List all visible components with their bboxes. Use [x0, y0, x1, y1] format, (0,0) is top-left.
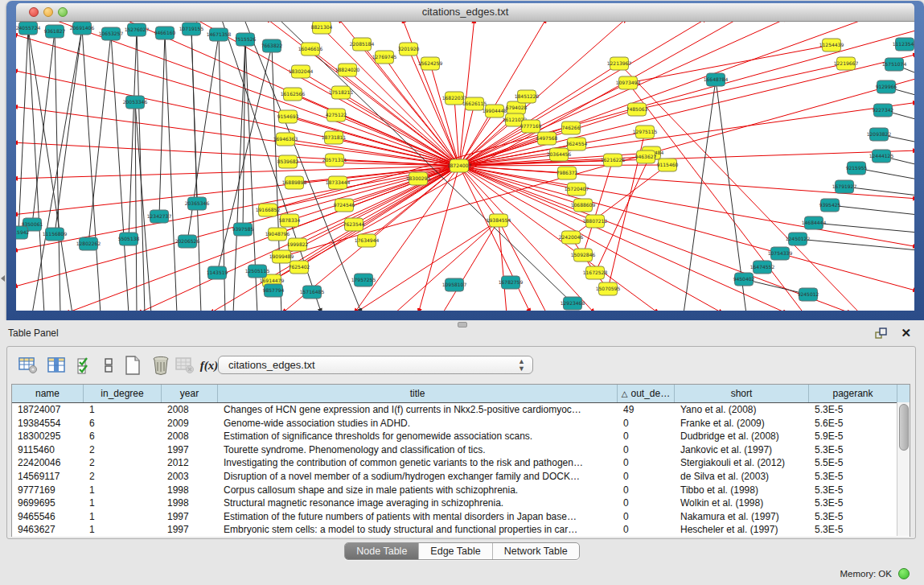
graph-node[interactable]: 9227342 [873, 104, 894, 117]
graph-node[interactable]: 19166852 [256, 204, 281, 216]
table-cell[interactable]: Tourette syndrome. Phenomenology and cla… [218, 443, 618, 457]
table-cell[interactable]: 6 [84, 417, 162, 431]
graph-node[interactable]: 15720407 [565, 183, 589, 196]
graph-node[interactable]: 12769745 [372, 51, 397, 64]
table-row[interactable]: 977716911998Corpus callosum shape and si… [12, 484, 910, 497]
function-builder-icon[interactable]: f(x) [198, 354, 220, 377]
table-cell[interactable]: 18300295 [12, 430, 84, 443]
graph-node[interactable]: 9857794 [263, 284, 285, 297]
table-cell[interactable]: 2 [84, 443, 162, 457]
graph-node[interactable]: 10973493 [616, 76, 641, 89]
table-row[interactable]: 1872400712008Changes of HCN gene express… [12, 403, 910, 417]
graph-node[interactable]: 20365346 [185, 197, 210, 210]
table-cell[interactable]: Hescheler et al. (1997) [675, 523, 809, 537]
tab-edge-table[interactable]: Edge Table [419, 543, 492, 559]
table-cell[interactable]: Investigating the contribution of common… [218, 456, 618, 470]
graph-node[interactable]: 9463627 [635, 150, 657, 163]
graph-node[interactable]: 9245012 [798, 288, 819, 301]
table-cell[interactable]: 0 [618, 456, 675, 470]
table-cell[interactable]: 5.5E-5 [809, 456, 897, 470]
graph-node[interactable]: 4275122 [326, 109, 347, 122]
graph-node[interactable]: 9395425 [819, 199, 841, 212]
graph-node[interactable]: 10653257 [99, 27, 124, 40]
table-cell[interactable]: Changes of HCN gene expression and I(f) … [218, 403, 618, 417]
table-cell[interactable]: 0 [618, 417, 675, 431]
graph-node[interactable]: 11123544 [893, 38, 914, 51]
graph-node[interactable]: 16474552 [750, 261, 775, 274]
graph-node[interactable]: 11672528 [583, 266, 608, 279]
graph-node[interactable]: 18824020 [335, 64, 360, 76]
table-row[interactable]: 1456911722003Disruption of a novel membe… [12, 470, 910, 484]
table-cell[interactable]: Dudbridge et al. (2008) [675, 430, 809, 443]
table-row[interactable]: 911546021997Tourette syndrome. Phenomeno… [12, 443, 910, 457]
graph-node[interactable]: 7515526 [235, 33, 257, 46]
table-cell[interactable]: 2003 [162, 470, 218, 484]
table-cell[interactable]: 9699695 [12, 496, 84, 510]
table-selector-dropdown[interactable]: citations_edges.txt ▲▼ [218, 356, 533, 374]
graph-node[interactable]: 20571311 [322, 154, 347, 167]
graph-node[interactable]: 12505115 [245, 265, 270, 278]
graph-node[interactable]: 18302044 [289, 65, 314, 78]
graph-node[interactable]: 3201920 [398, 43, 420, 56]
table-cell[interactable]: Tibbo et al. (1998) [675, 484, 809, 497]
create-column-icon[interactable] [121, 354, 144, 377]
table-cell[interactable]: 5.3E-5 [809, 443, 897, 457]
network-canvas[interactable]: 1872400718300295193845541682203716626115… [16, 22, 914, 311]
graph-node[interactable]: 15716485 [300, 286, 325, 299]
graph-node[interactable]: 17634944 [355, 234, 380, 247]
graph-node[interactable]: 9450402 [733, 273, 755, 286]
sidebar-collapse-arrow-icon[interactable] [1, 275, 5, 282]
table-cell[interactable]: 2 [84, 456, 162, 470]
network-view-window[interactable]: citations_edges.txt 18724007183002951938… [6, 1, 924, 320]
graph-node[interactable]: 5505138 [118, 233, 140, 245]
table-cell[interactable]: Structural magnetic resonance image aver… [218, 496, 618, 510]
graph-node[interactable]: 15751074 [882, 58, 907, 71]
graph-node[interactable]: 9466160 [154, 27, 176, 39]
graph-node[interactable]: 20364456 [547, 148, 572, 161]
graph-node[interactable]: 16791927 [832, 180, 857, 193]
column-header-year[interactable]: year [162, 385, 218, 402]
table-cell[interactable]: 9465546 [12, 510, 84, 524]
table-cell[interactable]: 5.3E-5 [809, 470, 897, 484]
graph-node[interactable]: 16162566 [281, 88, 306, 101]
graph-node[interactable]: 16889898 [282, 176, 307, 189]
graph-node[interactable]: 15276027 [125, 23, 150, 36]
graph-node[interactable]: 15624259 [418, 57, 443, 70]
graph-node[interactable]: 16782759 [499, 276, 524, 289]
table-cell[interactable]: 49 [618, 403, 675, 417]
graph-node[interactable]: 16046616 [298, 43, 323, 56]
table-cell[interactable]: 2 [84, 470, 162, 484]
graph-node[interactable]: 6497568 [536, 132, 558, 145]
table-cell[interactable]: 14569117 [12, 470, 84, 484]
graph-node[interactable]: 18733444 [326, 176, 351, 189]
graph-node[interactable]: 12975115 [633, 126, 658, 138]
graph-node[interactable]: 7663822 [261, 39, 283, 52]
table-row[interactable]: 2242004622012Investigating the contribut… [12, 456, 910, 470]
graph-node[interactable]: 17518211 [329, 86, 354, 99]
graph-node[interactable]: 9215955 [846, 162, 868, 175]
graph-node[interactable]: 19099489 [269, 250, 294, 263]
graph-node[interactable]: 3915942 [16, 226, 30, 239]
graph-node[interactable]: 18724007 [447, 159, 472, 172]
graph-node[interactable]: 20206526 [175, 235, 200, 248]
tab-node-table[interactable]: Node Table [345, 543, 419, 559]
table-cell[interactable]: 1 [84, 403, 162, 417]
graph-node[interactable]: 11254439 [819, 39, 844, 51]
table-cell[interactable]: Franke et al. (2009) [675, 417, 809, 431]
table-cell[interactable]: 1 [84, 510, 162, 524]
table-cell[interactable]: 1997 [162, 510, 218, 524]
table-cell[interactable]: 2012 [162, 456, 218, 470]
graph-node[interactable]: 7485063 [626, 103, 648, 116]
show-column-icon[interactable] [45, 354, 68, 377]
graph-node[interactable]: 10688609 [571, 199, 596, 212]
scrollbar-thumb[interactable] [899, 404, 909, 451]
table-cell[interactable]: Yano et al. (2008) [675, 403, 809, 417]
graph-node[interactable]: 8539682 [277, 155, 299, 168]
graph-node[interactable]: 14684444 [802, 216, 827, 229]
graph-node[interactable]: 9129966 [876, 80, 897, 93]
table-cell[interactable]: 1998 [162, 496, 218, 510]
graph-node[interactable]: 22420046 [559, 231, 584, 244]
graph-node[interactable]: 19048796 [265, 228, 290, 241]
table-cell[interactable]: Estimation of significance thresholds fo… [218, 430, 618, 443]
graph-node[interactable]: 12802262 [76, 237, 101, 250]
